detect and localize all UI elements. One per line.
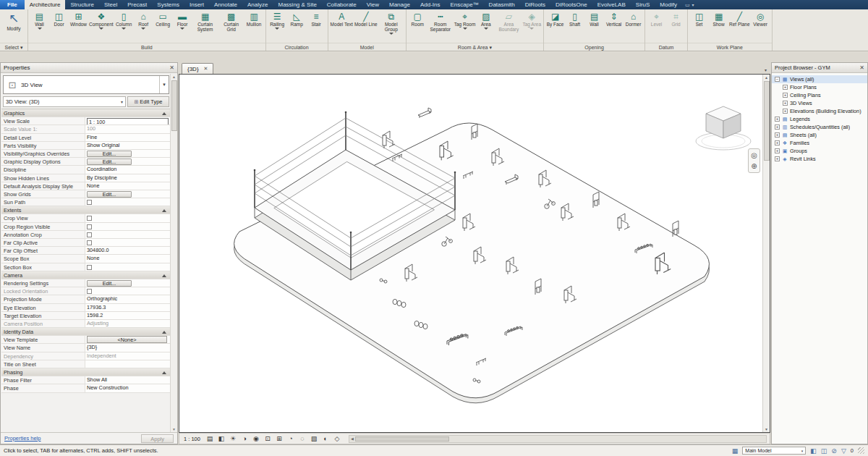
ribbon-tab[interactable]: Enscape™ [445, 0, 483, 9]
property-value[interactable] [85, 360, 170, 368]
property-row[interactable]: View Name {3D} [1, 344, 170, 352]
property-row[interactable]: Graphic Display Options Edit... [1, 158, 170, 166]
property-value[interactable]: <None> [85, 336, 170, 343]
property-row[interactable]: Rendering Settings Edit... [1, 279, 170, 287]
expand-toggle[interactable]: + [775, 117, 780, 122]
edit-type-button[interactable]: ⊞ Edit Type [127, 96, 169, 107]
viewport-vertical-scrollbar[interactable]: ▲ ▼ [762, 75, 770, 432]
ribbon-panel-label-room-area[interactable]: Room & Area ▾ [407, 43, 543, 51]
worksharing-display-icon[interactable]: ▧ [310, 434, 318, 444]
property-row[interactable]: Locked Orientation [1, 287, 170, 295]
ribbon-button[interactable]: ⊞ Window [69, 11, 88, 28]
resize-grip[interactable] [858, 447, 864, 454]
ribbon-tab[interactable]: SiruS [631, 0, 655, 9]
property-row[interactable]: Phasing [1, 368, 170, 376]
design-options-icon[interactable]: ◧ [810, 447, 817, 455]
property-row[interactable]: Eye Elevation 17936.3 [1, 304, 170, 312]
property-value[interactable]: Coordination [85, 166, 170, 173]
expand-toggle[interactable]: + [775, 156, 780, 161]
checkbox[interactable] [87, 200, 92, 205]
ribbon-tab[interactable]: Architecture [25, 0, 66, 9]
ribbon-panel-label-datum[interactable]: Datum [645, 43, 687, 51]
ribbon-button[interactable]: ◺ Ramp [287, 11, 307, 28]
ribbon-button[interactable]: ◎ Viewer [751, 11, 770, 28]
checkbox[interactable] [87, 289, 92, 294]
checkbox[interactable] [87, 224, 92, 229]
ribbon-button[interactable]: ⌗ Grid [666, 11, 686, 28]
ribbon-button[interactable]: ▩ Curtain Grid [218, 11, 244, 33]
property-row[interactable]: Camera [1, 271, 170, 279]
ribbon-panel-label-model[interactable]: Model [328, 43, 406, 51]
expand-toggle[interactable]: + [775, 148, 780, 153]
expand-toggle[interactable]: + [775, 140, 780, 145]
ribbon-panel-label-build[interactable]: Build [28, 43, 265, 51]
property-row[interactable]: Scope Box None [1, 255, 170, 263]
scrollbar-thumb[interactable] [171, 80, 177, 131]
browser-tree-item[interactable]: + ▤ Sheets (all) [772, 131, 867, 139]
checkbox[interactable] [87, 232, 92, 237]
ribbon-button[interactable]: A Model Text [330, 11, 354, 28]
ribbon-button[interactable]: ▯ Column [114, 11, 134, 30]
ribbon-button[interactable]: ▱ Area Boundary [495, 11, 522, 33]
property-row[interactable]: Parts Visibility Show Original [1, 142, 170, 150]
ribbon-button[interactable]: ▦ Curtain System [192, 11, 218, 33]
3d-view-canvas[interactable]: ◎ ⊕ ▲ ▼ [179, 74, 770, 433]
editable-only-icon[interactable]: ◫ [821, 447, 827, 455]
ribbon-button[interactable]: ⌂ Dormer [624, 11, 643, 28]
ribbon-button[interactable]: ⌖ Level [647, 11, 666, 28]
detail-level-icon[interactable]: ▤ [205, 434, 214, 444]
property-row[interactable]: Detail Level Fine [1, 134, 170, 142]
property-row[interactable]: Visibility/Graphics Overrides Edit... [1, 150, 170, 158]
ribbon-tab[interactable]: Collaborate [322, 0, 362, 9]
ribbon-button[interactable]: ▨ Area [476, 11, 495, 30]
properties-header[interactable]: Properties ✕ [1, 63, 177, 73]
property-value[interactable]: Orthographic [85, 295, 170, 303]
property-row[interactable]: Dependency Independent [1, 352, 170, 360]
browser-tree-item[interactable]: − ▦ Views (all) [772, 75, 867, 83]
displaced-elements-icon[interactable]: ◇ [333, 434, 341, 444]
property-row[interactable]: Identity Data [1, 328, 170, 336]
scroll-up-icon[interactable]: ▲ [172, 75, 176, 79]
property-row[interactable]: Camera Position Adjusting [1, 320, 170, 328]
ribbon-panel-label-work-plane[interactable]: Work Plane [688, 43, 772, 51]
property-value[interactable]: Edit... [85, 190, 170, 198]
property-row[interactable]: Sun Path [1, 198, 170, 206]
property-value[interactable] [85, 263, 170, 271]
expand-toggle[interactable]: + [775, 124, 780, 130]
ribbon-tab[interactable]: Precast [122, 0, 152, 9]
ribbon-tab[interactable]: Datasmith [484, 0, 520, 9]
close-icon[interactable]: ✕ [204, 66, 208, 72]
expand-toggle[interactable]: + [783, 101, 788, 106]
property-value[interactable]: By Discipline [85, 174, 170, 182]
scroll-down-icon[interactable]: ▼ [765, 427, 768, 431]
property-value[interactable]: Edit... [85, 158, 170, 165]
ribbon-button[interactable]: ◈ Tag Area [522, 11, 542, 30]
ribbon-display-toggle[interactable]: ▭ ▾ [685, 0, 694, 9]
ribbon-button[interactable]: ╱ Ref Plane [728, 11, 751, 28]
ribbon-tab[interactable]: Systems [152, 0, 184, 9]
pan-zoom-icon[interactable]: ⊕ [751, 162, 757, 170]
checkbox[interactable] [87, 216, 92, 221]
ribbon-tab[interactable]: Analyze [242, 0, 273, 9]
show-crop-region-icon[interactable]: ⊞ [275, 434, 284, 444]
property-value[interactable] [85, 287, 170, 295]
selection-filter-icon[interactable]: ▽ [841, 447, 846, 455]
navigation-bar[interactable]: ◎ ⊕ [748, 148, 760, 173]
property-row[interactable]: Default Analysis Display Style None [1, 182, 170, 190]
project-browser-header[interactable]: Project Browser - GYM ✕ [772, 63, 867, 73]
property-value[interactable]: {3D} [85, 344, 170, 351]
property-value[interactable] [85, 214, 170, 221]
property-value[interactable] [85, 198, 170, 206]
reveal-hidden-elements-icon[interactable]: ◌ [298, 434, 307, 444]
property-row[interactable]: Far Clip Offset 304800.0 [1, 247, 170, 255]
property-row[interactable]: Projection Mode Orthographic [1, 295, 170, 303]
type-selector[interactable]: ⊡ 3D View ▾ [3, 75, 169, 94]
scroll-down-icon[interactable]: ▼ [172, 427, 176, 431]
browser-tree-item[interactable]: + 3D Views [772, 99, 867, 107]
property-row[interactable]: Phase Filter Show All [1, 376, 170, 384]
ribbon-button[interactable]: ⧉ Model Group [378, 11, 404, 35]
main-model-select[interactable]: Main Model ▾ [742, 447, 806, 455]
scroll-up-icon[interactable]: ▲ [765, 75, 768, 80]
ribbon-button[interactable]: ▬ Floor [173, 11, 192, 30]
apply-button[interactable]: Apply [141, 434, 174, 443]
